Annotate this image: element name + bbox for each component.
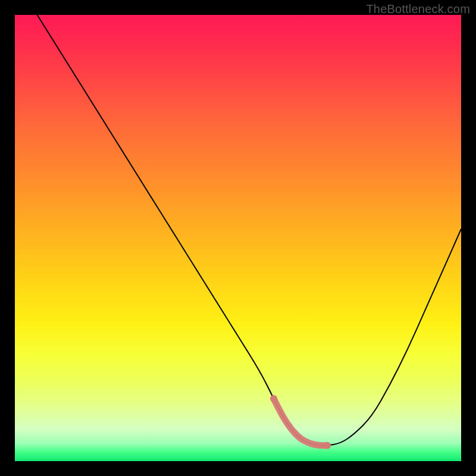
- highlight-minimum-band: [274, 399, 327, 446]
- chart-container: TheBottleneck.com: [0, 0, 476, 476]
- bottleneck-curve: [37, 15, 462, 446]
- plot-area: [15, 15, 461, 461]
- watermark-text: TheBottleneck.com: [366, 2, 470, 16]
- highlight-dot-left: [270, 395, 277, 402]
- curve-layer: [15, 15, 461, 461]
- highlight-dot-right: [324, 442, 331, 449]
